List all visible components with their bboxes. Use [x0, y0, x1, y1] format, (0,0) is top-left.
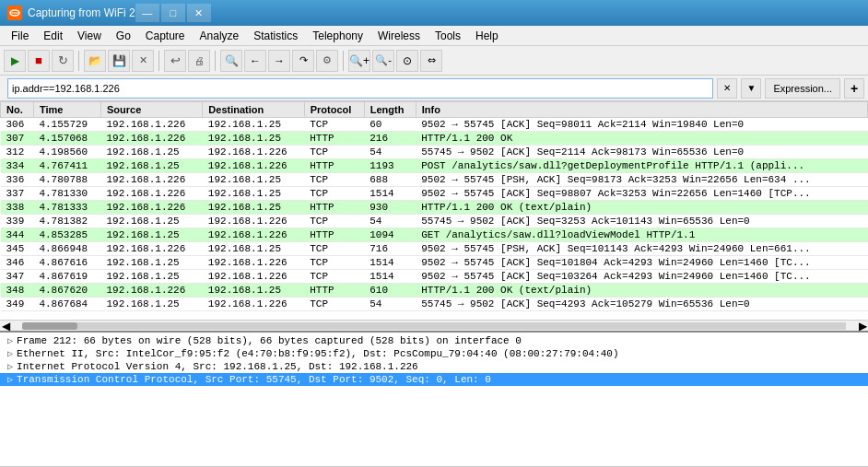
table-row[interactable]: 3444.853285192.168.1.25192.168.1.226HTTP…: [1, 228, 868, 242]
detail-ethernet[interactable]: ▷ Ethernet II, Src: IntelCor_f9:95:f2 (e…: [0, 347, 868, 360]
table-cell: 55745 → 9502 [ACK] Seq=4293 Ack=105279 W…: [416, 298, 867, 311]
table-row[interactable]: 3074.157068192.168.1.226192.168.1.25HTTP…: [1, 132, 868, 146]
table-cell: 4.780788: [33, 173, 100, 187]
open-file-button[interactable]: 📂: [84, 50, 106, 72]
scroll-right-btn[interactable]: ▶: [857, 321, 868, 332]
menu-capture[interactable]: Capture: [138, 26, 193, 46]
close-button[interactable]: ✕: [187, 4, 211, 22]
close-file-button[interactable]: ✕: [132, 50, 154, 72]
zoom-reset-button[interactable]: ⊙: [396, 50, 418, 72]
menu-file[interactable]: File: [4, 26, 36, 46]
table-cell: 9502 → 55745 [PSH, ACK] Seq=101143 Ack=4…: [416, 242, 867, 256]
scroll-track[interactable]: [22, 322, 846, 330]
col-destination[interactable]: Destination: [203, 102, 304, 118]
col-length[interactable]: Length: [364, 102, 416, 118]
table-cell: 4.867616: [33, 256, 100, 270]
print-button[interactable]: 🖨: [188, 50, 210, 72]
go-forward-button[interactable]: →: [268, 50, 290, 72]
table-cell: 192.168.1.226: [203, 270, 304, 284]
table-row[interactable]: 3374.781330192.168.1.226192.168.1.25TCP1…: [1, 187, 868, 201]
goto-button[interactable]: ↷: [292, 50, 314, 72]
packet-table-container[interactable]: No. Time Source Destination Protocol Len…: [0, 101, 868, 320]
window-controls: — □ ✕: [135, 4, 211, 22]
detail-ip[interactable]: ▷ Internet Protocol Version 4, Src: 192.…: [0, 360, 868, 373]
zoom-out-button[interactable]: 🔍-: [372, 50, 394, 72]
col-source[interactable]: Source: [101, 102, 203, 118]
table-cell: HTTP/1.1 200 OK (text/plain): [416, 284, 867, 298]
table-cell: 192.168.1.25: [203, 187, 304, 201]
table-cell: TCP: [304, 242, 364, 256]
detail-tree[interactable]: ▷ Frame 212: 66 bytes on wire (528 bits)…: [0, 333, 868, 467]
horizontal-scrollbar[interactable]: ◀ ▶: [0, 320, 868, 331]
table-cell: TCP: [304, 118, 364, 132]
table-cell: 54: [364, 298, 416, 311]
scroll-left-btn[interactable]: ◀: [0, 321, 11, 332]
detail-ip-text: Internet Protocol Version 4, Src: 192.16…: [17, 361, 418, 372]
table-cell: TCP: [304, 187, 364, 201]
table-cell: 334: [1, 159, 34, 173]
table-cell: 9502 → 55745 [ACK] Seq=101804 Ack=4293 W…: [416, 256, 867, 270]
table-cell: 9502 → 55745 [ACK] Seq=103264 Ack=4293 W…: [416, 270, 867, 284]
stop-capture-button[interactable]: ■: [28, 50, 50, 72]
table-cell: HTTP: [304, 284, 364, 298]
go-back-button[interactable]: ←: [244, 50, 266, 72]
table-header-row: No. Time Source Destination Protocol Len…: [1, 102, 868, 118]
table-cell: 4.155729: [33, 118, 100, 132]
menu-view[interactable]: View: [70, 26, 109, 46]
maximize-button[interactable]: □: [161, 4, 185, 22]
table-cell: 1514: [364, 256, 416, 270]
expression-button[interactable]: Expression...: [765, 78, 840, 99]
detail-frame[interactable]: ▷ Frame 212: 66 bytes on wire (528 bits)…: [0, 334, 868, 347]
start-capture-button[interactable]: ▶: [4, 50, 26, 72]
col-time[interactable]: Time: [33, 102, 100, 118]
table-cell: 4.867684: [33, 298, 100, 311]
detail-tcp[interactable]: ▷ Transmission Control Protocol, Src Por…: [0, 373, 868, 386]
menu-statistics[interactable]: Statistics: [246, 26, 305, 46]
menu-tools[interactable]: Tools: [428, 26, 468, 46]
table-cell: 1514: [364, 187, 416, 201]
table-row[interactable]: 3484.867620192.168.1.226192.168.1.25HTTP…: [1, 284, 868, 298]
restart-capture-button[interactable]: ↻: [52, 50, 74, 72]
resize-columns-button[interactable]: ⇔: [420, 50, 442, 72]
capture-opts-button[interactable]: ⚙: [316, 50, 338, 72]
table-row[interactable]: 3064.155729192.168.1.226192.168.1.25TCP6…: [1, 118, 868, 132]
minimize-button[interactable]: —: [135, 4, 159, 22]
col-protocol[interactable]: Protocol: [304, 102, 364, 118]
filter-plus-button[interactable]: +: [844, 78, 864, 99]
zoom-in-button[interactable]: 🔍+: [348, 50, 370, 72]
table-row[interactable]: 3344.767411192.168.1.25192.168.1.226HTTP…: [1, 159, 868, 173]
menu-analyze[interactable]: Analyze: [193, 26, 247, 46]
table-cell: 55745 → 9502 [ACK] Seq=2114 Ack=98173 Wi…: [416, 146, 867, 159]
table-row[interactable]: 3464.867616192.168.1.25192.168.1.226TCP1…: [1, 256, 868, 270]
col-no[interactable]: No.: [1, 102, 34, 118]
table-row[interactable]: 3494.867684192.168.1.25192.168.1.226TCP5…: [1, 298, 868, 311]
menu-wireless[interactable]: Wireless: [370, 26, 428, 46]
table-cell: HTTP: [304, 201, 364, 215]
col-info[interactable]: Info: [416, 102, 867, 118]
filter-clear-button[interactable]: ✕: [717, 78, 737, 99]
menu-help[interactable]: Help: [468, 26, 506, 46]
table-cell: 192.168.1.25: [101, 146, 203, 159]
table-cell: 348: [1, 284, 34, 298]
filter-arrow-button[interactable]: ▼: [741, 78, 761, 99]
filter-input[interactable]: [7, 78, 713, 99]
save-file-button[interactable]: 💾: [108, 50, 130, 72]
menu-go[interactable]: Go: [109, 26, 138, 46]
table-row[interactable]: 3454.866948192.168.1.226192.168.1.25TCP7…: [1, 242, 868, 256]
menu-edit[interactable]: Edit: [36, 26, 70, 46]
table-row[interactable]: 3474.867619192.168.1.25192.168.1.226TCP1…: [1, 270, 868, 284]
table-row[interactable]: 3124.198560192.168.1.25192.168.1.226TCP5…: [1, 146, 868, 159]
table-cell: 347: [1, 270, 34, 284]
table-row[interactable]: 3394.781382192.168.1.25192.168.1.226TCP5…: [1, 215, 868, 228]
table-cell: HTTP/1.1 200 OK (text/plain): [416, 201, 867, 215]
scroll-thumb[interactable]: [22, 322, 77, 330]
table-cell: 192.168.1.226: [101, 242, 203, 256]
menu-telephony[interactable]: Telephony: [305, 26, 370, 46]
reload-button[interactable]: ↩: [164, 50, 186, 72]
table-cell: 192.168.1.226: [203, 146, 304, 159]
table-row[interactable]: 3384.781333192.168.1.226192.168.1.25HTTP…: [1, 201, 868, 215]
table-cell: 338: [1, 201, 34, 215]
table-cell: 716: [364, 242, 416, 256]
table-row[interactable]: 3364.780788192.168.1.226192.168.1.25TCP6…: [1, 173, 868, 187]
find-button[interactable]: 🔍: [220, 50, 242, 72]
